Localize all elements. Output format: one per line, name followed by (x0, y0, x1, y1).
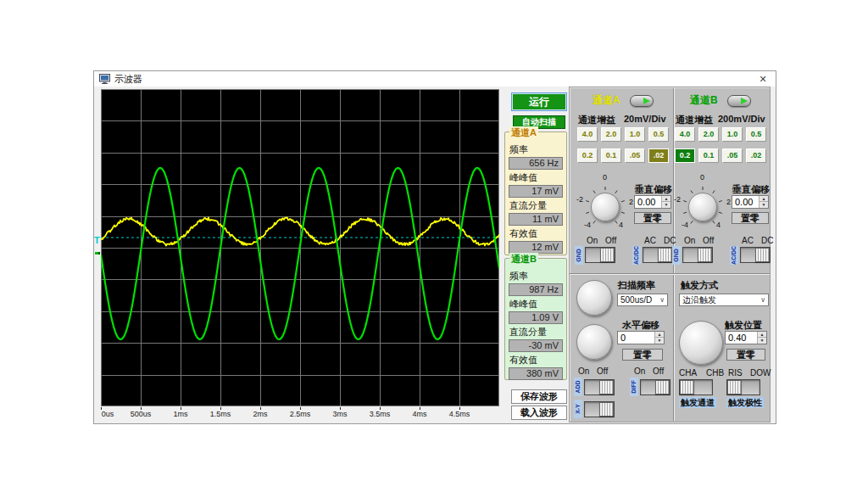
measure-label: 频率 (509, 270, 564, 283)
switch-knob (658, 248, 672, 262)
knobA-knob[interactable] (591, 193, 620, 221)
channel-a-title: 通道A (593, 93, 620, 108)
save-waveform-button[interactable]: 保存波形 (511, 389, 567, 404)
channel-b-title: 通道B (690, 93, 718, 108)
sweep-frequency-knob[interactable] (576, 280, 612, 316)
trigger-position-input[interactable] (726, 332, 757, 344)
channel-a-on-label: On (587, 236, 598, 245)
channel-b-zero-button[interactable]: 置零 (732, 212, 769, 224)
add-on-label: On (578, 367, 589, 376)
gain-button-2.0[interactable]: 2.0 (698, 127, 719, 142)
channel-a-power-toggle[interactable] (630, 95, 654, 107)
channel-b-gain-buttons: 4.02.01.00.50.20.1.05.02 (675, 127, 766, 163)
channel-a-ac-label: AC (644, 236, 656, 245)
trigger-zero-button[interactable]: 置零 (726, 349, 765, 361)
horizontal-offset-arrows[interactable]: ▲▼ (654, 332, 664, 344)
gain-button-4.0[interactable]: 4.0 (577, 127, 598, 142)
horizontal-offset-input[interactable] (618, 332, 654, 344)
spin-up-icon[interactable]: ▲ (758, 332, 766, 338)
channel-b-ac-label: AC (742, 236, 754, 245)
measure-label: 直流分量 (509, 326, 564, 339)
chevron-down-icon: ∨ (659, 294, 665, 305)
trigger-position-arrows[interactable]: ▲▼ (757, 332, 766, 344)
window-title: 示波器 (114, 73, 142, 86)
gain-button-0.2[interactable]: 0.2 (675, 148, 695, 163)
gain-button-2.0[interactable]: 2.0 (601, 127, 621, 142)
gain-button-0.1[interactable]: 0.1 (601, 148, 621, 163)
trigger-mode-value: 边沿触发 (682, 295, 716, 305)
channel-a-voffset-spinbox[interactable]: ▲▼ (634, 195, 671, 209)
trigger-mode-dropdown[interactable]: 边沿触发 ∨ (679, 294, 769, 306)
gain-button-0.5[interactable]: 0.5 (648, 127, 669, 142)
spin-up-icon[interactable]: ▲ (662, 196, 670, 202)
add-off-label: Off (597, 367, 608, 376)
measure-value: -30 mV (509, 339, 563, 352)
knob-scale-label: 2 (629, 198, 633, 206)
spin-up-icon[interactable]: ▲ (760, 196, 768, 202)
sweep-frequency-dropdown[interactable]: 500us/D ∨ (617, 294, 668, 306)
spin-down-icon[interactable]: ▼ (662, 202, 670, 208)
horizontal-offset-knob[interactable] (576, 324, 612, 360)
trigger-channel-switch[interactable] (679, 379, 713, 395)
knobB-knob[interactable] (688, 193, 717, 221)
horizontal-offset-spinbox[interactable]: ▲▼ (617, 331, 665, 344)
channel-b-measurements: 通道B 频率987 Hz峰峰值1.09 V直流分量-30 mV有效值380 mV (504, 258, 567, 380)
measure-value: 656 Hz (509, 157, 563, 170)
channel-b-measure-rows: 频率987 Hz峰峰值1.09 V直流分量-30 mV有效值380 mV (508, 270, 564, 380)
channel-b-voffset-arrows[interactable]: ▲▼ (759, 196, 768, 208)
spin-down-icon[interactable]: ▼ (760, 202, 768, 208)
gain-button-1.0[interactable]: 1.0 (722, 127, 743, 142)
measure-label: 直流分量 (509, 199, 564, 212)
add-switch[interactable] (584, 379, 615, 395)
add-label: ADD (574, 378, 582, 396)
horizontal-zero-button[interactable]: 置零 (622, 349, 663, 361)
trigger-level-marker[interactable]: T (94, 235, 101, 245)
trigger-level-knob[interactable] (679, 321, 723, 365)
gain-button-.02[interactable]: .02 (648, 148, 669, 163)
switch-knob (727, 380, 742, 394)
cha-label: CHA (679, 368, 697, 378)
xy-switch[interactable] (584, 401, 615, 417)
spin-up-icon[interactable]: ▲ (655, 332, 664, 338)
x-tick-label: 1ms (173, 410, 187, 418)
gain-button-4.0[interactable]: 4.0 (675, 127, 695, 142)
waveform-display (101, 89, 499, 406)
switch-knob (600, 248, 615, 262)
switch-knob (655, 380, 670, 394)
spin-down-icon[interactable]: ▼ (758, 338, 766, 344)
channel-b-power-toggle[interactable] (727, 95, 751, 107)
xy-label: X-Y (574, 400, 582, 418)
gain-button-0.1[interactable]: 0.1 (698, 148, 719, 163)
channel-a-gnd-switch[interactable] (585, 247, 615, 263)
trigger-polarity-switch[interactable] (726, 379, 760, 395)
channel-b-voffset-input[interactable] (732, 196, 759, 208)
gain-button-.05[interactable]: .05 (722, 148, 743, 163)
gain-button-.05[interactable]: .05 (625, 148, 645, 163)
x-tick-label: 2ms (253, 410, 267, 418)
spin-down-icon[interactable]: ▼ (655, 338, 664, 344)
channel-a-voffset-arrows[interactable]: ▲▼ (661, 196, 670, 208)
channel-a-voffset-label: 垂直偏移 (635, 183, 672, 196)
sweep-frequency-label: 扫描频率 (618, 279, 655, 292)
gain-button-1.0[interactable]: 1.0 (625, 127, 645, 142)
channel-a-coupling-switch[interactable] (643, 247, 673, 263)
channel-b-gnd-switch[interactable] (682, 247, 713, 263)
gain-button-0.2[interactable]: 0.2 (577, 148, 598, 163)
channel-a-gnd-label: GND (575, 246, 583, 265)
close-button[interactable]: ✕ (750, 71, 776, 87)
load-waveform-button[interactable]: 载入波形 (511, 406, 567, 420)
channel-a-voffset-input[interactable] (635, 196, 661, 208)
trigger-position-spinbox[interactable]: ▲▼ (725, 331, 767, 344)
diff-switch[interactable] (640, 379, 670, 395)
measure-label: 频率 (509, 143, 564, 156)
channel-a-zero-button[interactable]: 置零 (634, 212, 671, 224)
channel-b-voffset-spinbox[interactable]: ▲▼ (732, 195, 769, 209)
channel-a-gain-label: 通道增益 (578, 114, 615, 126)
gain-button-.02[interactable]: .02 (746, 148, 766, 163)
switch-knob (698, 248, 712, 262)
channel-b-coupling-switch[interactable] (740, 247, 771, 263)
run-button[interactable]: 运行 (511, 92, 567, 111)
gain-button-0.5[interactable]: 0.5 (746, 127, 766, 142)
channel-b-zero-marker[interactable] (95, 252, 100, 255)
channel-b-gain-label: 通道增益 (676, 114, 713, 126)
